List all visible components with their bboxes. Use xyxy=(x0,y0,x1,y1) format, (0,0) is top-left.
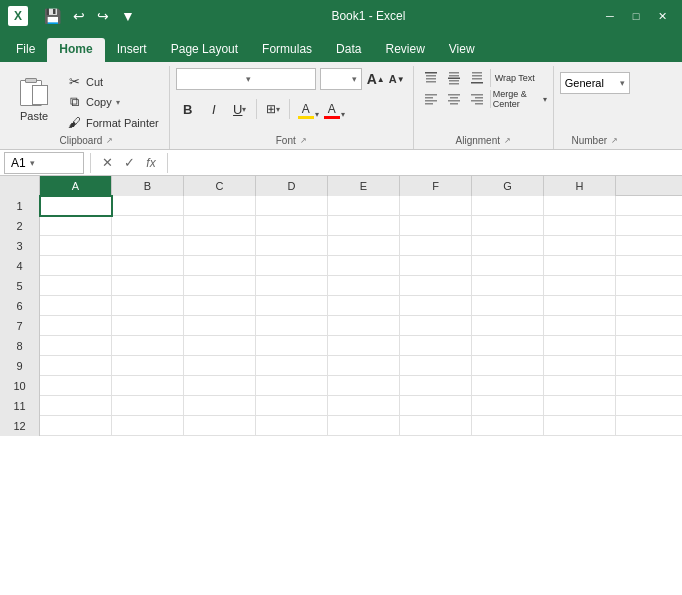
cell-c5[interactable] xyxy=(184,276,256,296)
cell-f2[interactable] xyxy=(400,216,472,236)
cell-a4[interactable] xyxy=(40,256,112,276)
formula-input[interactable] xyxy=(174,152,678,174)
cell-d12[interactable] xyxy=(256,416,328,436)
cell-g8[interactable] xyxy=(472,336,544,356)
cell-d4[interactable] xyxy=(256,256,328,276)
cell-h5[interactable] xyxy=(544,276,616,296)
cell-c1[interactable] xyxy=(184,196,256,216)
cut-button[interactable]: ✂ Cut xyxy=(62,72,163,91)
cell-h7[interactable] xyxy=(544,316,616,336)
cell-h11[interactable] xyxy=(544,396,616,416)
font-expand-icon[interactable]: ↗ xyxy=(300,136,307,145)
cell-e3[interactable] xyxy=(328,236,400,256)
tab-formulas[interactable]: Formulas xyxy=(250,38,324,62)
cell-h9[interactable] xyxy=(544,356,616,376)
font-size-dropdown[interactable]: ▾ xyxy=(320,68,362,90)
close-button[interactable]: ✕ xyxy=(650,4,674,28)
align-bottom-button[interactable] xyxy=(466,68,488,88)
cell-e10[interactable] xyxy=(328,376,400,396)
align-top-button[interactable] xyxy=(420,68,442,88)
cell-b8[interactable] xyxy=(112,336,184,356)
cell-c6[interactable] xyxy=(184,296,256,316)
cell-f9[interactable] xyxy=(400,356,472,376)
row-header-9[interactable]: 9 xyxy=(0,356,40,376)
align-left-button[interactable] xyxy=(420,89,442,109)
underline-button[interactable]: U ▾ xyxy=(228,97,252,121)
col-header-b[interactable]: B xyxy=(112,176,184,196)
redo-icon[interactable]: ↪ xyxy=(93,6,113,26)
cell-b10[interactable] xyxy=(112,376,184,396)
format-painter-button[interactable]: 🖌 Format Painter xyxy=(62,113,163,132)
cell-a3[interactable] xyxy=(40,236,112,256)
insert-function-button[interactable]: fx xyxy=(141,153,161,173)
number-expand-icon[interactable]: ↗ xyxy=(611,136,618,145)
formula-cancel-button[interactable]: ✕ xyxy=(97,153,117,173)
cell-a10[interactable] xyxy=(40,376,112,396)
row-header-8[interactable]: 8 xyxy=(0,336,40,356)
cell-b5[interactable] xyxy=(112,276,184,296)
cell-d8[interactable] xyxy=(256,336,328,356)
cell-a11[interactable] xyxy=(40,396,112,416)
name-box[interactable]: A1 ▾ xyxy=(4,152,84,174)
cell-h10[interactable] xyxy=(544,376,616,396)
cell-f8[interactable] xyxy=(400,336,472,356)
cell-e4[interactable] xyxy=(328,256,400,276)
undo-icon[interactable]: ↩ xyxy=(69,6,89,26)
merge-center-button[interactable]: Merge & Center ▾ xyxy=(493,89,547,109)
cell-b2[interactable] xyxy=(112,216,184,236)
row-header-11[interactable]: 11 xyxy=(0,396,40,416)
font-name-dropdown[interactable]: ▾ xyxy=(176,68,316,90)
cell-c9[interactable] xyxy=(184,356,256,376)
row-header-2[interactable]: 2 xyxy=(0,216,40,236)
cell-h4[interactable] xyxy=(544,256,616,276)
cell-e11[interactable] xyxy=(328,396,400,416)
cell-f6[interactable] xyxy=(400,296,472,316)
cell-g4[interactable] xyxy=(472,256,544,276)
cell-f4[interactable] xyxy=(400,256,472,276)
tab-page-layout[interactable]: Page Layout xyxy=(159,38,250,62)
cell-g9[interactable] xyxy=(472,356,544,376)
cell-g6[interactable] xyxy=(472,296,544,316)
tab-view[interactable]: View xyxy=(437,38,487,62)
cell-e9[interactable] xyxy=(328,356,400,376)
italic-button[interactable]: I xyxy=(202,97,226,121)
cell-d11[interactable] xyxy=(256,396,328,416)
wrap-text-button[interactable]: Wrap Text xyxy=(493,68,537,88)
align-center-button[interactable] xyxy=(443,89,465,109)
cell-g11[interactable] xyxy=(472,396,544,416)
cell-b4[interactable] xyxy=(112,256,184,276)
bold-button[interactable]: B xyxy=(176,97,200,121)
cell-h8[interactable] xyxy=(544,336,616,356)
cell-c10[interactable] xyxy=(184,376,256,396)
cell-h12[interactable] xyxy=(544,416,616,436)
paste-button[interactable]: Paste xyxy=(10,68,58,126)
cell-a9[interactable] xyxy=(40,356,112,376)
tab-review[interactable]: Review xyxy=(373,38,436,62)
cell-h3[interactable] xyxy=(544,236,616,256)
cell-d7[interactable] xyxy=(256,316,328,336)
cell-d2[interactable] xyxy=(256,216,328,236)
cell-f12[interactable] xyxy=(400,416,472,436)
cell-d9[interactable] xyxy=(256,356,328,376)
tab-data[interactable]: Data xyxy=(324,38,373,62)
cell-d1[interactable] xyxy=(256,196,328,216)
tab-file[interactable]: File xyxy=(4,38,47,62)
cell-c3[interactable] xyxy=(184,236,256,256)
row-header-1[interactable]: 1 xyxy=(0,196,40,216)
col-header-f[interactable]: F xyxy=(400,176,472,196)
number-format-dropdown[interactable]: General ▾ xyxy=(560,72,630,94)
col-header-a[interactable]: A xyxy=(40,176,112,196)
cell-a12[interactable] xyxy=(40,416,112,436)
cell-h2[interactable] xyxy=(544,216,616,236)
cell-c8[interactable] xyxy=(184,336,256,356)
cell-a7[interactable] xyxy=(40,316,112,336)
cell-b12[interactable] xyxy=(112,416,184,436)
cell-a1[interactable] xyxy=(40,196,112,216)
maximize-button[interactable]: □ xyxy=(624,4,648,28)
cell-f11[interactable] xyxy=(400,396,472,416)
fill-color-button[interactable]: A ▾ xyxy=(294,97,318,121)
tab-insert[interactable]: Insert xyxy=(105,38,159,62)
cell-c2[interactable] xyxy=(184,216,256,236)
cell-g5[interactable] xyxy=(472,276,544,296)
clipboard-expand-icon[interactable]: ↗ xyxy=(106,136,113,145)
